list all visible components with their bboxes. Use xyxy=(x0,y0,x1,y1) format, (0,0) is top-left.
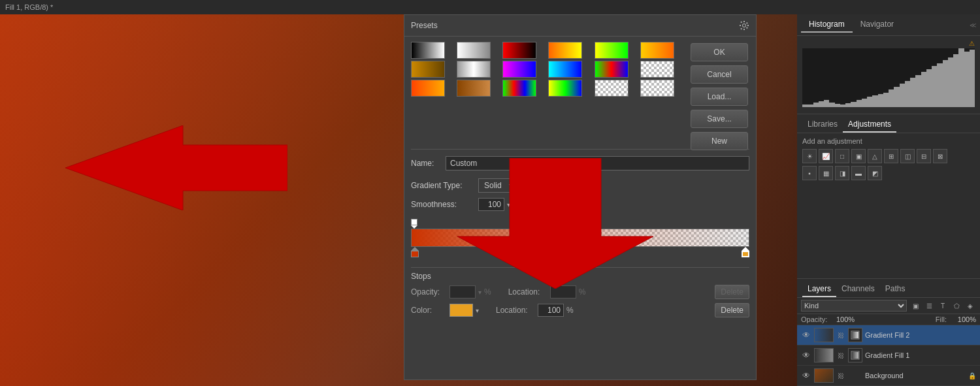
color-swatch-button[interactable] xyxy=(449,304,473,317)
hsl-adjustment-icon[interactable]: △ xyxy=(868,149,882,163)
exposure-adjustment-icon[interactable]: □ xyxy=(835,149,849,163)
hist-bar xyxy=(921,72,926,107)
layer-chain-background[interactable]: ⛓ xyxy=(836,371,845,380)
hist-bar xyxy=(857,100,862,107)
adjustments-content: Add an adjustment ☀ 📈 □ ▣ △ ⊞ ◫ ⊟ ⊠ ▪ ▦ … xyxy=(797,133,980,278)
layer-filter-select[interactable]: Kind xyxy=(801,300,907,312)
left-red-arrow xyxy=(65,125,287,212)
histogram-bars xyxy=(802,48,975,107)
delete-button-color[interactable]: Delete xyxy=(715,303,749,317)
preset-swatch-10[interactable] xyxy=(548,61,582,78)
smart-filter-icon[interactable]: ◈ xyxy=(964,300,976,312)
navigator-tab[interactable]: Navigator xyxy=(853,17,902,33)
posterize-adjustment-icon[interactable]: ▦ xyxy=(819,166,833,180)
layer-item-gradient-fill-2[interactable]: 👁 ⛓ Gradient Fill 2 xyxy=(797,325,980,346)
location-value-input-color[interactable] xyxy=(538,304,564,317)
location-unit-color: % xyxy=(566,306,574,315)
layer-name-background: Background xyxy=(865,372,966,379)
gradientmap-adjustment-icon[interactable]: ▬ xyxy=(851,166,866,180)
preset-swatch-14[interactable] xyxy=(457,80,491,97)
color-stop-red[interactable] xyxy=(411,248,419,258)
preset-swatch-13[interactable] xyxy=(411,80,445,97)
channels-tab-btn[interactable]: Channels xyxy=(836,281,880,297)
hist-bar xyxy=(943,60,948,107)
opacity-fill-row: Opacity: 100% Fill: 100% xyxy=(797,314,980,325)
hist-bar xyxy=(829,103,834,107)
paths-tab-btn[interactable]: Paths xyxy=(880,281,911,297)
layers-tab-btn[interactable]: Layers xyxy=(802,281,836,297)
layer-visibility-background[interactable]: 👁 xyxy=(801,370,811,381)
hist-bar xyxy=(872,95,877,107)
gear-icon[interactable] xyxy=(739,20,749,31)
colorbalance-adjustment-icon[interactable]: ⊞ xyxy=(884,149,898,163)
hist-bar xyxy=(824,100,829,107)
histogram-tab[interactable]: Histogram xyxy=(801,17,853,33)
preset-swatch-18[interactable] xyxy=(640,80,674,97)
preset-swatch-9[interactable] xyxy=(502,61,536,78)
curves-adjustment-icon[interactable]: 📈 xyxy=(819,149,833,163)
opacity-stop-left[interactable] xyxy=(411,219,417,228)
selectivecolor-adjustment-icon[interactable]: ◩ xyxy=(868,166,882,180)
layer-visibility-gradient-fill-1[interactable]: 👁 xyxy=(801,350,811,361)
hist-bar xyxy=(970,50,975,107)
color-stop-row: Color: ▾ Location: % Delete xyxy=(411,303,749,317)
brightness-adjustment-icon[interactable]: ☀ xyxy=(802,149,817,163)
adjustments-tab[interactable]: Adjustments xyxy=(843,117,896,133)
save-button[interactable]: Save... xyxy=(691,110,748,128)
color-dropdown-arrow[interactable]: ▾ xyxy=(476,307,479,314)
preset-swatch-17[interactable] xyxy=(595,80,629,97)
cancel-button[interactable]: Cancel xyxy=(691,65,748,84)
photofilter-adjustment-icon[interactable]: ◫ xyxy=(900,149,915,163)
hist-bar xyxy=(835,104,840,107)
libraries-tab[interactable]: Libraries xyxy=(802,117,843,133)
hist-bar xyxy=(851,102,856,107)
hist-bar xyxy=(878,94,883,107)
histogram-warning-icon: ⚠ xyxy=(969,40,975,47)
layer-item-gradient-fill-1[interactable]: 👁 ⛓ Gradient Fill 1 xyxy=(797,346,980,366)
svg-marker-1 xyxy=(457,158,653,289)
panel-collapse-icon[interactable]: ≪ xyxy=(970,22,976,29)
hist-bar xyxy=(889,89,894,107)
preset-swatch-5[interactable] xyxy=(595,42,629,59)
preset-swatch-3[interactable] xyxy=(502,42,536,59)
type-filter-icon[interactable]: T xyxy=(937,300,949,312)
preset-swatch-2[interactable] xyxy=(457,42,491,59)
colorlookup-adjustment-icon[interactable]: ⊠ xyxy=(933,149,947,163)
opacity-row-value[interactable]: 100% xyxy=(836,315,855,323)
preset-swatch-15[interactable] xyxy=(502,80,536,97)
location-field-group-color: Location: % xyxy=(496,304,574,317)
svg-rect-5 xyxy=(852,352,858,359)
layer-thumb-gradient-fill-1 xyxy=(814,348,834,362)
layer-chain-gradient-fill-2[interactable]: ⛓ xyxy=(836,330,845,340)
layer-effect-gradient-fill-1 xyxy=(848,348,862,362)
right-panel: Histogram Navigator ≪ ⚠ xyxy=(797,14,980,386)
shape-filter-icon[interactable]: ⬠ xyxy=(951,300,962,312)
preset-swatch-16[interactable] xyxy=(548,80,582,97)
vibrance-adjustment-icon[interactable]: ▣ xyxy=(851,149,866,163)
new-button[interactable]: New xyxy=(691,132,748,150)
preset-swatch-6[interactable] xyxy=(640,42,674,59)
preset-swatch-12[interactable] xyxy=(640,61,674,78)
svg-rect-3 xyxy=(852,332,858,338)
layers-section: Layers Channels Paths Kind ▣ ☰ T ⬠ ◈ xyxy=(797,278,980,386)
color-stop-orange[interactable] xyxy=(742,248,749,258)
layer-visibility-gradient-fill-2[interactable]: 👁 xyxy=(801,330,811,340)
hist-bar xyxy=(926,69,932,108)
load-button[interactable]: Load... xyxy=(691,88,748,106)
adjustment-filter-icon[interactable]: ☰ xyxy=(923,300,935,312)
fill-row-value[interactable]: 100% xyxy=(958,315,976,323)
channelmixer-adjustment-icon[interactable]: ⊟ xyxy=(917,149,931,163)
preset-swatch-1[interactable] xyxy=(411,42,445,59)
pixel-filter-icon[interactable]: ▣ xyxy=(909,300,921,312)
preset-swatch-8[interactable] xyxy=(457,61,491,78)
right-red-arrow xyxy=(457,158,653,291)
threshold-adjustment-icon[interactable]: ◨ xyxy=(835,166,849,180)
preset-swatch-7[interactable] xyxy=(411,61,445,78)
layer-item-background[interactable]: 👁 ⛓ Background 🔒 xyxy=(797,366,980,386)
ok-button[interactable]: OK xyxy=(691,43,748,61)
layer-chain-gradient-fill-1[interactable]: ⛓ xyxy=(836,351,845,360)
preset-swatch-4[interactable] xyxy=(548,42,582,59)
preset-swatch-11[interactable] xyxy=(595,61,629,78)
invert-adjustment-icon[interactable]: ▪ xyxy=(802,166,817,180)
location-label-color: Location: xyxy=(496,306,535,315)
